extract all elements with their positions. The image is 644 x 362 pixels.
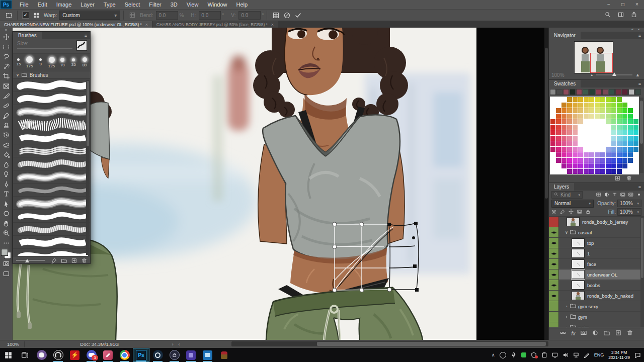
swatch-cell[interactable] xyxy=(578,152,583,157)
swatch-cell[interactable] xyxy=(589,169,594,174)
swatch-cell[interactable] xyxy=(633,169,638,174)
commit-transform-icon[interactable] xyxy=(292,12,303,19)
new-layer-icon[interactable] xyxy=(615,330,621,337)
swatch-cell[interactable] xyxy=(567,141,572,146)
layer-thumbnail[interactable] xyxy=(572,270,585,279)
language-indicator[interactable]: ENG xyxy=(594,352,604,357)
swatch-cell[interactable] xyxy=(606,141,611,146)
swatch-cell[interactable] xyxy=(589,119,594,124)
layer-row-1[interactable]: 1 xyxy=(549,248,644,259)
swatch-cell[interactable] xyxy=(633,114,638,119)
swatch-cell[interactable] xyxy=(595,141,600,146)
navigator-menu-icon[interactable]: ≡ xyxy=(638,33,644,38)
swatch-cell[interactable] xyxy=(573,152,578,157)
swatch-cell[interactable] xyxy=(633,97,638,102)
menu-layer[interactable]: Layer xyxy=(76,0,99,9)
navigator-zoom-slider[interactable]: ▲ ▲ xyxy=(590,72,640,77)
swatch-cell[interactable] xyxy=(633,158,638,163)
swatch-cell[interactable] xyxy=(628,152,633,157)
lock-position-icon[interactable] xyxy=(569,209,574,215)
layer-thumbnail[interactable] xyxy=(567,217,580,226)
swatch-cell[interactable] xyxy=(606,163,611,168)
swatch-cell[interactable] xyxy=(600,114,605,119)
toolbar-collapse-icon[interactable]: » xyxy=(5,28,7,32)
swatch-cell[interactable] xyxy=(584,163,589,168)
dock-collapse-icon[interactable]: « xyxy=(631,28,633,32)
swatch-cell[interactable] xyxy=(567,103,572,108)
menu-3d[interactable]: 3D xyxy=(166,0,182,9)
brush-size-slider[interactable] xyxy=(17,48,72,49)
swatch-cell[interactable] xyxy=(556,103,561,108)
swatch-cell[interactable] xyxy=(589,158,594,163)
swatch-cell[interactable] xyxy=(611,169,616,174)
swatch-cell[interactable] xyxy=(611,147,616,152)
swatch-cell[interactable] xyxy=(573,163,578,168)
swatch-cell[interactable] xyxy=(573,158,578,163)
tool-ellipse-shape[interactable] xyxy=(1,209,12,219)
swatch-cell[interactable] xyxy=(578,136,583,141)
brush-preset-15[interactable]: 15 xyxy=(13,54,24,71)
swatch-cell[interactable] xyxy=(589,152,594,157)
swatch-cell[interactable] xyxy=(606,125,611,130)
recent-swatch[interactable] xyxy=(635,89,641,95)
delete-layer-icon[interactable] xyxy=(627,330,633,337)
swatch-cell[interactable] xyxy=(573,125,578,130)
swatch-cell[interactable] xyxy=(622,152,627,157)
group-expander-icon[interactable]: › xyxy=(564,315,569,319)
brush-stroke-item[interactable] xyxy=(13,249,90,256)
swatch-cell[interactable] xyxy=(556,136,561,141)
tool-history-brush[interactable] xyxy=(1,130,12,140)
swatch-cell[interactable] xyxy=(600,108,605,113)
swatches-scrollbar[interactable] xyxy=(639,98,643,173)
swatch-cell[interactable] xyxy=(589,130,594,135)
swatch-cell[interactable] xyxy=(589,141,594,146)
tool-healing-brush[interactable] xyxy=(1,101,12,111)
tab-close-icon[interactable]: × xyxy=(145,22,148,27)
swatch-cell[interactable] xyxy=(561,158,567,163)
swatches-menu-icon[interactable]: ≡ xyxy=(638,81,644,86)
brush-folder-row[interactable]: ∨ Brushes xyxy=(13,71,90,78)
link-layers-icon[interactable] xyxy=(560,330,566,337)
brush-stroke-preview-button[interactable] xyxy=(76,40,87,51)
speaker-icon[interactable] xyxy=(562,352,569,358)
swatch-cell[interactable] xyxy=(611,103,616,108)
swatch-cell[interactable] xyxy=(622,108,627,113)
restore-button[interactable]: □ xyxy=(616,0,630,9)
swatch-cell[interactable] xyxy=(622,141,627,146)
search-icon[interactable] xyxy=(605,12,611,19)
display-icon[interactable] xyxy=(552,352,558,358)
brush-stroke-item[interactable] xyxy=(13,157,90,170)
defender-icon[interactable] xyxy=(531,352,537,358)
swatch-cell[interactable] xyxy=(628,103,633,108)
swatch-cell[interactable] xyxy=(617,147,622,152)
swatch-cell[interactable] xyxy=(600,169,605,174)
clipboard-icon[interactable] xyxy=(541,352,547,358)
minimize-button[interactable]: − xyxy=(602,0,616,9)
swatch-cell[interactable] xyxy=(595,147,600,152)
brush-stroke-item[interactable] xyxy=(13,236,90,249)
swatch-cell[interactable] xyxy=(617,125,622,130)
swatch-cell[interactable] xyxy=(573,130,578,135)
swatch-cell[interactable] xyxy=(578,147,583,152)
tool-zoom[interactable] xyxy=(1,228,12,238)
swatch-cell[interactable] xyxy=(561,163,567,168)
swatch-cell[interactable] xyxy=(595,108,600,113)
brush-stroke-item[interactable] xyxy=(13,105,90,118)
blend-mode-select[interactable]: Normal▾ xyxy=(551,200,594,208)
new-group-icon[interactable] xyxy=(604,330,610,337)
navigator-tab[interactable]: Navigator xyxy=(549,32,581,39)
layer-thumbnail[interactable] xyxy=(572,249,585,258)
swatch-cell[interactable] xyxy=(556,114,561,119)
swatch-cell[interactable] xyxy=(584,147,589,152)
swatch-cell[interactable] xyxy=(622,158,627,163)
swatch-cell[interactable] xyxy=(606,158,611,163)
layer-thumbnail[interactable] xyxy=(572,281,585,290)
recent-swatch[interactable] xyxy=(576,89,582,95)
swatch-cell[interactable] xyxy=(595,169,600,174)
tool-dodge[interactable] xyxy=(1,169,12,179)
layer-visibility-toggle[interactable] xyxy=(549,269,559,280)
taskbar-app-obs[interactable] xyxy=(50,348,66,362)
swatch-cell[interactable] xyxy=(561,119,567,124)
swatch-cell[interactable] xyxy=(595,130,600,135)
swatch-cell[interactable] xyxy=(611,114,616,119)
